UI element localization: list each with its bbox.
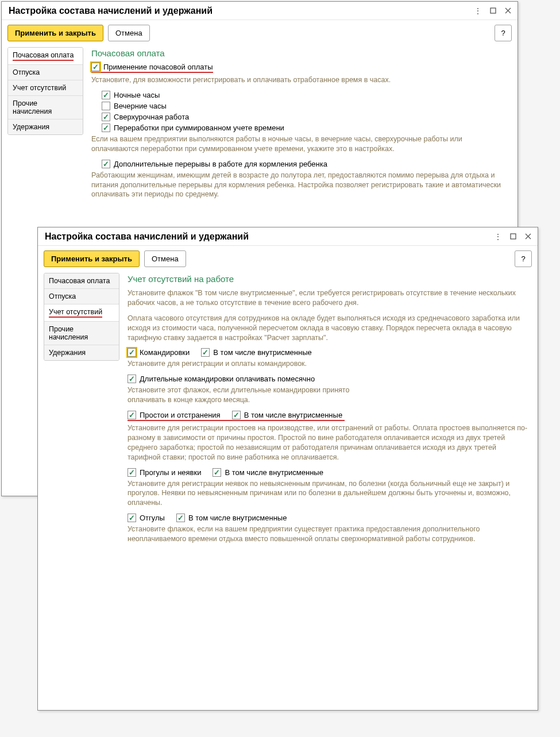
label-overtime: Сверхурочная работа xyxy=(114,113,189,121)
titlebar: Настройка состава начислений и удержаний… xyxy=(38,227,538,246)
nav-item-absences[interactable]: Учет отсутствий xyxy=(44,304,119,322)
checkbox-long-trips[interactable] xyxy=(128,375,136,383)
window-title: Настройка состава начислений и удержаний xyxy=(9,6,470,16)
toolbar: Применить и закрыть Отмена ? xyxy=(38,246,538,272)
checkbox-trips-intrashift[interactable] xyxy=(201,348,210,357)
window-absences: Настройка состава начислений и удержаний… xyxy=(37,227,538,711)
help-button[interactable]: ? xyxy=(495,25,512,41)
nav-item-absences[interactable]: Учет отсутствий xyxy=(8,80,83,96)
nav-list: Почасовая оплата Отпуска Учет отсутствий… xyxy=(7,47,83,135)
checkbox-breaks[interactable] xyxy=(102,160,110,168)
maximize-icon[interactable] xyxy=(485,4,500,18)
label-trips: Командировки xyxy=(140,348,190,357)
label-evening-hours: Вечерние часы xyxy=(114,102,167,110)
help-salary: Оплата часового отсутствия для сотрудник… xyxy=(128,314,528,343)
label-recycle: Переработки при суммированном учете врем… xyxy=(114,124,284,132)
cancel-button[interactable]: Отмена xyxy=(144,250,186,267)
kebab-menu-icon[interactable]: ⋮ xyxy=(491,230,505,244)
nav-list: Почасовая оплата Отпуска Учет отсутствий… xyxy=(44,273,119,361)
body: Почасовая оплата Отпуска Учет отсутствий… xyxy=(2,46,517,211)
body: Почасовая оплата Отпуска Учет отсутствий… xyxy=(38,272,538,555)
titlebar: Настройка состава начислений и удержаний… xyxy=(2,2,517,20)
help-night: Если на вашем предприятии выполняются ра… xyxy=(91,134,508,154)
label-absent-intrashift: В том числе внутрисменные xyxy=(225,468,323,477)
maximize-icon[interactable] xyxy=(505,230,520,244)
content-panel: Почасовая оплата Применение почасовой оп… xyxy=(88,47,512,205)
checkbox-hourly-pay[interactable] xyxy=(91,63,100,71)
checkbox-overtime[interactable] xyxy=(102,113,110,121)
checkbox-absent-intrashift[interactable] xyxy=(213,468,221,477)
checkbox-dayoff[interactable] xyxy=(128,514,136,522)
close-icon[interactable] xyxy=(520,230,535,244)
svg-rect-0 xyxy=(491,8,496,13)
nav-item-other[interactable]: Прочие начисления xyxy=(44,322,119,345)
label-dayoff: Отгулы xyxy=(140,514,165,522)
checkbox-recycle[interactable] xyxy=(102,124,110,132)
apply-close-button[interactable]: Применить и закрыть xyxy=(44,250,140,267)
label-absent: Прогулы и неявки xyxy=(140,468,201,477)
nav-item-hourly[interactable]: Почасовая оплата xyxy=(44,273,119,289)
help-intro: Установите флажок "В том числе внутрисме… xyxy=(128,288,528,308)
label-dayoff-intrashift: В том числе внутрисменные xyxy=(188,514,287,522)
nav-item-deductions[interactable]: Удержания xyxy=(8,119,83,134)
checkbox-night-hours[interactable] xyxy=(102,91,110,99)
help-button[interactable]: ? xyxy=(515,250,532,267)
checkbox-idle-intrashift[interactable] xyxy=(232,411,241,419)
nav-item-vacations[interactable]: Отпуска xyxy=(8,65,83,80)
checkbox-dayoff-intrashift[interactable] xyxy=(176,514,185,522)
label-hourly-pay: Применение почасовой оплаты xyxy=(103,63,213,71)
checkbox-absent[interactable] xyxy=(128,468,136,477)
label-idle: Простои и отстранения xyxy=(140,411,221,419)
checkbox-idle[interactable] xyxy=(128,411,136,419)
cancel-button[interactable]: Отмена xyxy=(108,25,150,41)
section-title: Учет отсутствий на работе xyxy=(128,274,528,284)
label-long-trips: Длительные командировки оплачивать помес… xyxy=(140,375,315,383)
help-dayoff: Установите флажок, если на вашем предпри… xyxy=(128,524,528,544)
nav-item-hourly[interactable]: Почасовая оплата xyxy=(8,48,83,65)
nav-item-other[interactable]: Прочие начисления xyxy=(8,96,83,119)
label-night-hours: Ночные часы xyxy=(114,91,160,99)
nav-item-vacations[interactable]: Отпуска xyxy=(44,289,119,304)
help-hourly: Установите, для возможности регистрирова… xyxy=(91,75,508,85)
label-breaks: Дополнительные перерывы в работе для кор… xyxy=(114,160,327,168)
help-long-trips: Установите этот флажок, если длительные … xyxy=(128,385,374,405)
content-panel: Учет отсутствий на работе Установите фла… xyxy=(124,273,532,550)
nav-item-deductions[interactable]: Удержания xyxy=(44,345,119,360)
section-title: Почасовая оплата xyxy=(91,48,508,58)
svg-rect-3 xyxy=(511,234,516,239)
checkbox-evening-hours[interactable] xyxy=(102,102,110,110)
toolbar: Применить и закрыть Отмена ? xyxy=(2,20,517,46)
help-breaks: Работающим женщинам, имеющим детей в воз… xyxy=(91,171,508,200)
window-title: Настройка состава начислений и удержаний xyxy=(45,231,491,242)
help-absent: Установите для регистрации неявок по нев… xyxy=(128,479,528,508)
close-icon[interactable] xyxy=(500,4,515,18)
label-idle-intrashift: В том числе внутрисменные xyxy=(244,411,342,419)
label-trips-intrashift: В том числе внутрисменные xyxy=(213,348,311,357)
apply-close-button[interactable]: Применить и закрыть xyxy=(7,25,103,41)
help-idle: Установите для регистрации простоев на п… xyxy=(128,423,528,462)
checkbox-trips[interactable] xyxy=(128,348,136,357)
help-trips: Установите для регистрации и оплаты кома… xyxy=(128,359,528,369)
kebab-menu-icon[interactable]: ⋮ xyxy=(470,4,485,18)
